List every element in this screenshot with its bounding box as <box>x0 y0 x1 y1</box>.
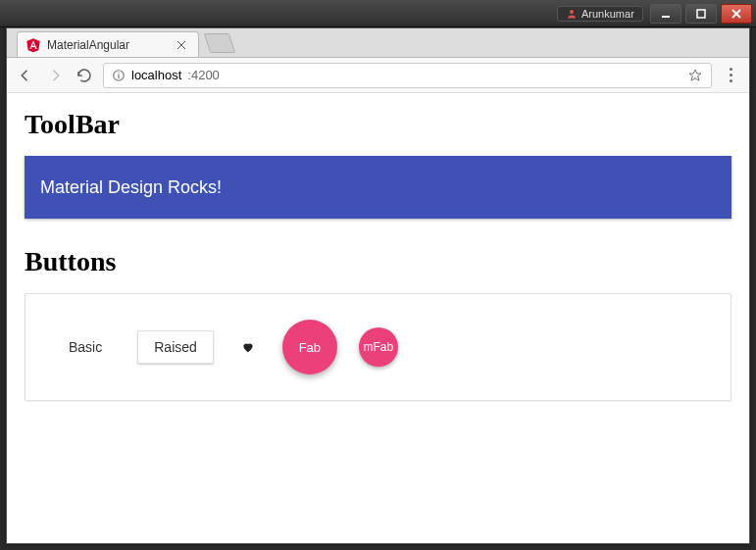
address-bar[interactable]: localhost:4200 <box>103 63 712 88</box>
browser-toolbar: localhost:4200 <box>7 58 749 93</box>
basic-button[interactable]: Basic <box>55 333 116 361</box>
browser-tab-title: MaterialAngular <box>47 38 129 52</box>
svg-rect-2 <box>697 10 705 18</box>
user-icon <box>566 8 578 20</box>
os-user-badge: Arunkumar <box>557 6 643 22</box>
window-maximize-button[interactable] <box>685 4 717 24</box>
window-minimize-button[interactable] <box>650 4 681 24</box>
window-close-button[interactable] <box>721 4 752 24</box>
arrow-left-icon <box>17 67 34 84</box>
fab-button[interactable]: Fab <box>282 320 337 375</box>
arrow-right-icon <box>46 67 64 84</box>
tab-close-button[interactable] <box>175 38 188 52</box>
mini-fab-button[interactable]: mFab <box>359 327 398 367</box>
new-tab-button[interactable] <box>204 33 235 53</box>
reload-icon <box>76 67 93 84</box>
browser-window: MaterialAngular localhost:4200 <box>6 27 750 544</box>
browser-frame: MaterialAngular localhost:4200 <box>0 27 756 550</box>
browser-menu-button[interactable] <box>720 65 741 86</box>
nav-forward-button[interactable] <box>44 65 66 86</box>
buttons-card: Basic Raised Fab mFab <box>25 293 731 401</box>
browser-tab-row: MaterialAngular <box>7 28 749 58</box>
toolbar-text: Material Design Rocks! <box>40 177 222 198</box>
favorite-icon-button[interactable] <box>235 334 261 360</box>
os-user-label: Arunkumar <box>581 8 634 20</box>
browser-tab-active[interactable]: MaterialAngular <box>17 31 199 57</box>
bookmark-star-icon[interactable] <box>687 68 703 83</box>
material-toolbar: Material Design Rocks! <box>25 156 731 219</box>
angular-favicon-icon <box>25 37 41 53</box>
buttons-heading: Buttons <box>25 246 731 277</box>
svg-point-12 <box>118 72 119 73</box>
os-titlebar: Arunkumar <box>0 0 756 27</box>
close-icon <box>176 40 186 50</box>
toolbar-heading: ToolBar <box>25 109 731 140</box>
site-info-icon <box>112 69 126 82</box>
svg-point-0 <box>570 10 574 14</box>
menu-dots-icon <box>730 68 732 82</box>
address-port: :4200 <box>187 68 220 82</box>
nav-reload-button[interactable] <box>74 65 95 86</box>
page-content: ToolBar Material Design Rocks! Buttons B… <box>7 93 749 543</box>
heart-icon <box>241 336 255 358</box>
address-host: localhost <box>131 68 181 82</box>
nav-back-button[interactable] <box>15 65 36 86</box>
svg-marker-13 <box>689 70 701 80</box>
raised-button[interactable]: Raised <box>137 330 214 364</box>
